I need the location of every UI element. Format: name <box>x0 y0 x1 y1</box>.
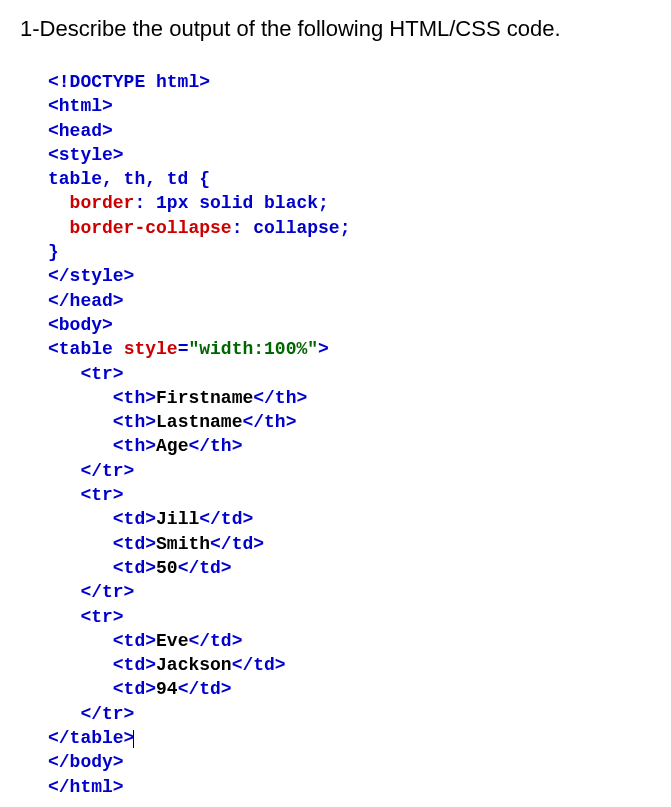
code-text: : collapse; <box>232 218 351 238</box>
html-content: Firstname <box>156 388 253 408</box>
code-text: </td> <box>178 679 232 699</box>
css-property: border <box>70 193 135 213</box>
code-line: <body> <box>48 315 113 335</box>
code-line: table, th, td { <box>48 169 210 189</box>
html-attr: style <box>124 339 178 359</box>
code-text: <td> <box>113 558 156 578</box>
code-line: <html> <box>48 96 113 116</box>
code-text: </th> <box>242 412 296 432</box>
code-line: </body> <box>48 752 124 772</box>
code-text: </td> <box>232 655 286 675</box>
code-text: </td> <box>178 558 232 578</box>
code-text: </th> <box>253 388 307 408</box>
code-text: <td> <box>113 534 156 554</box>
code-line: <head> <box>48 121 113 141</box>
code-text: <th> <box>113 412 156 432</box>
code-text: > <box>318 339 329 359</box>
html-content: 94 <box>156 679 178 699</box>
code-text: = <box>178 339 189 359</box>
code-line: </table> <box>48 728 134 748</box>
code-line: </tr> <box>80 461 134 481</box>
code-text: </td> <box>188 631 242 651</box>
code-line: </html> <box>48 777 124 797</box>
question-prompt: 1-Describe the output of the following H… <box>20 16 651 42</box>
code-text: <td> <box>113 655 156 675</box>
code-line: } <box>48 242 59 262</box>
code-text: <th> <box>113 436 156 456</box>
html-content: Age <box>156 436 188 456</box>
code-line: <!DOCTYPE html> <box>48 72 210 92</box>
code-line: </head> <box>48 291 124 311</box>
code-line: </style> <box>48 266 134 286</box>
code-text: <td> <box>113 679 156 699</box>
code-line: </tr> <box>80 582 134 602</box>
code-text: <td> <box>113 631 156 651</box>
css-property: border-collapse <box>70 218 232 238</box>
text-cursor <box>133 730 134 748</box>
html-content: 50 <box>156 558 178 578</box>
code-text: <table <box>48 339 124 359</box>
code-line: <tr> <box>80 364 123 384</box>
code-text: </td> <box>199 509 253 529</box>
code-text: </td> <box>210 534 264 554</box>
code-block: <!DOCTYPE html> <html> <head> <style> ta… <box>48 70 651 799</box>
code-text: </th> <box>188 436 242 456</box>
code-text: : 1px solid black; <box>134 193 328 213</box>
code-text: <th> <box>113 388 156 408</box>
html-content: Jackson <box>156 655 232 675</box>
html-attr-value: "width:100%" <box>188 339 318 359</box>
code-line: <tr> <box>80 485 123 505</box>
html-content: Lastname <box>156 412 242 432</box>
code-line: <tr> <box>80 607 123 627</box>
code-line: <style> <box>48 145 124 165</box>
code-text: <td> <box>113 509 156 529</box>
html-content: Eve <box>156 631 188 651</box>
code-line: </tr> <box>80 704 134 724</box>
html-content: Jill <box>156 509 199 529</box>
html-content: Smith <box>156 534 210 554</box>
